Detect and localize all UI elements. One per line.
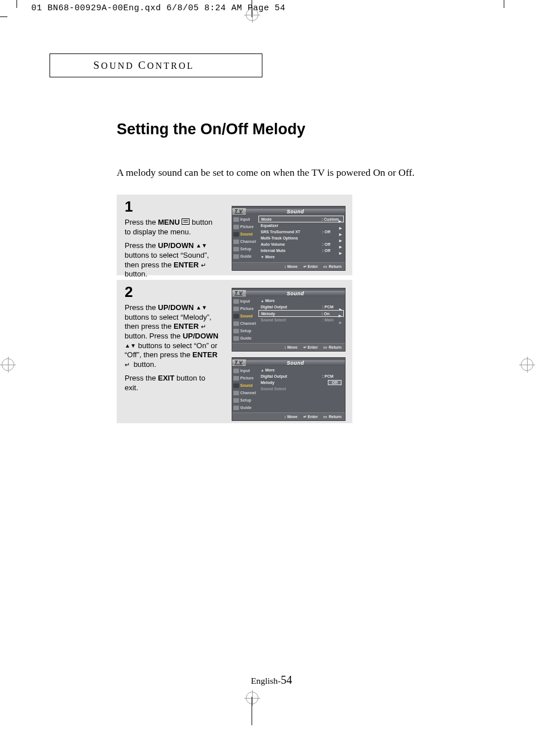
- osd-side-picture: Picture: [232, 374, 257, 382]
- osd-row-mode: Mode: Custom: [258, 216, 344, 222]
- osd-row-digital: Digital Output: PCM: [258, 373, 344, 379]
- osd-footer: Move Enter Return: [232, 262, 345, 270]
- osd-row-autovolume: Auto Volume: Off: [258, 241, 344, 247]
- down-arrow-icon: [201, 303, 207, 312]
- osd-foot-return: Return: [323, 415, 342, 419]
- osd-footer: Move Enter Return: [232, 412, 345, 420]
- osd-title: Sound: [246, 360, 345, 366]
- crop-tick: [17, 0, 17, 8]
- down-arrow-icon: [130, 341, 136, 350]
- osd-row-soundselect: Sound Select: [258, 386, 344, 392]
- osd-foot-move: Move: [284, 415, 297, 419]
- osd-side-guide: Guide: [232, 404, 257, 411]
- section-title-box: SOUND CONTROL: [50, 53, 262, 77]
- osd-row-moreup: More: [258, 367, 344, 373]
- osd-sidebar: Input Picture Sound Channel Setup Guide: [232, 366, 257, 412]
- step-2-box: 2 Press the UP/DOWN buttons to select “M…: [117, 280, 352, 423]
- osd-side-setup: Setup: [232, 245, 257, 253]
- crop-tick: [0, 16, 7, 17]
- osd-side-picture: Picture: [232, 305, 257, 312]
- osd-footer: Move Enter Return: [232, 343, 345, 351]
- step-2-text: Press the UP/DOWN buttons to select “Mel…: [125, 303, 220, 393]
- osd-row-moreup: More: [258, 298, 344, 304]
- osd-side-sound: Sound: [232, 312, 257, 320]
- page-title: Setting the On/Off Melody: [117, 121, 487, 138]
- osd-side-input: Input: [232, 367, 257, 374]
- registration-mark: [244, 690, 260, 706]
- enter-icon: [125, 360, 131, 365]
- up-arrow-icon: [196, 241, 201, 250]
- osd-row-multitrack: Multi-Track Options: [258, 235, 344, 241]
- osd-tv-label: T V: [232, 360, 246, 366]
- up-arrow-icon: [125, 341, 130, 350]
- osd-side-input: Input: [232, 216, 257, 223]
- enter-icon: [201, 322, 208, 327]
- osd-main-panel: More Digital Output: PCM Melody: On Soun…: [257, 296, 345, 343]
- crop-tick: [252, 697, 252, 725]
- osd-title: Sound: [246, 209, 345, 214]
- osd-row-equalizer: Equalizer: [258, 222, 344, 229]
- osd-foot-move: Move: [284, 345, 297, 349]
- osd-foot-enter: Enter: [303, 345, 318, 350]
- osd-main-panel: Mode: Custom Equalizer SRS TruSurround X…: [257, 214, 345, 262]
- osd-side-setup: Setup: [232, 327, 257, 334]
- osd-side-guide: Guide: [232, 334, 257, 342]
- up-arrow-icon: [196, 303, 201, 312]
- registration-mark: [519, 357, 535, 373]
- osd-side-channel: Channel: [232, 389, 257, 396]
- osd-side-sound: Sound: [232, 230, 257, 238]
- osd-screenshot-1: T V Sound Input Picture Sound Channel Se…: [232, 206, 345, 271]
- osd-row-more: More: [258, 254, 344, 260]
- osd-row-melody: MelodyOff: [258, 379, 344, 386]
- page-footer: English-54: [0, 674, 543, 687]
- registration-mark: [244, 7, 260, 23]
- registration-mark: [0, 357, 16, 373]
- osd-side-sound: Sound: [232, 382, 257, 389]
- osd-tv-label: T V: [232, 208, 246, 214]
- osd-foot-return: Return: [323, 265, 342, 269]
- osd-side-picture: Picture: [232, 223, 257, 230]
- osd-row-soundselect: Sound Select: Main: [258, 317, 344, 323]
- osd-side-input: Input: [232, 298, 257, 305]
- osd-row-digital: Digital Output: PCM: [258, 304, 344, 310]
- osd-side-channel: Channel: [232, 320, 257, 327]
- step-1-box: 1 Press the MENU button to display the m…: [117, 195, 352, 275]
- osd-sidebar: Input Picture Sound Channel Setup Guide: [232, 296, 257, 343]
- enter-icon: [201, 261, 208, 266]
- down-arrow-icon: [201, 241, 207, 250]
- osd-foot-return: Return: [323, 345, 342, 350]
- step-1-text: Press the MENU button to display the men…: [125, 218, 220, 279]
- crop-tick: [504, 0, 504, 8]
- osd-side-channel: Channel: [232, 238, 257, 245]
- osd-side-setup: Setup: [232, 396, 257, 404]
- osd-tv-label: T V: [232, 290, 246, 296]
- osd-row-internalmute: Internal Mute: Off: [258, 247, 344, 254]
- osd-row-srs: SRS TruSurround XT: Off: [258, 229, 344, 235]
- osd-screenshot-3: T V Sound Input Picture Sound Channel Se…: [232, 357, 345, 421]
- osd-side-guide: Guide: [232, 253, 257, 260]
- osd-foot-move: Move: [284, 265, 297, 268]
- osd-foot-enter: Enter: [303, 415, 318, 419]
- osd-sidebar: Input Picture Sound Channel Setup Guide: [232, 214, 257, 262]
- osd-main-panel: More Digital Output: PCM MelodyOff Sound…: [257, 366, 345, 412]
- section-title: SOUND CONTROL: [93, 59, 194, 72]
- osd-title: Sound: [246, 291, 345, 296]
- intro-text: A melody sound can be set to come on whe…: [117, 167, 487, 179]
- menu-icon: [182, 218, 190, 225]
- osd-screenshot-2: T V Sound Input Picture Sound Channel Se…: [232, 288, 345, 352]
- osd-row-melody: Melody: On: [258, 310, 344, 317]
- osd-foot-enter: Enter: [303, 265, 318, 269]
